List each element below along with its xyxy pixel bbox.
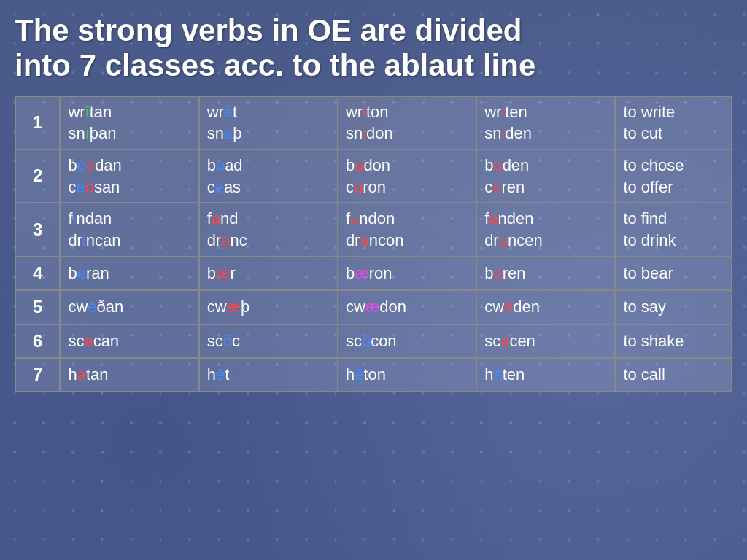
highlight: æ bbox=[227, 298, 241, 316]
highlight: ē bbox=[355, 365, 363, 384]
col-infinitive: hatan bbox=[60, 358, 198, 392]
col-pret-sg: bēad cēas bbox=[199, 149, 338, 203]
highlight: a bbox=[77, 365, 86, 384]
col-pp: boren bbox=[476, 257, 615, 290]
highlight: o bbox=[493, 156, 502, 174]
highlight: u bbox=[355, 156, 363, 174]
highlight: ī bbox=[85, 124, 90, 142]
highlight: ē bbox=[77, 156, 86, 174]
col-infinitive: bēodan cēosan bbox=[60, 149, 198, 203]
highlight: u bbox=[499, 231, 508, 249]
col-pret-sg: cwæþ bbox=[199, 290, 338, 324]
col-meaning: to bear bbox=[615, 257, 732, 290]
highlight: ī bbox=[85, 103, 90, 121]
table-row: 5 cweðan cwæþ cwædon cweden to say bbox=[15, 290, 732, 324]
col-infinitive: cweðan bbox=[60, 290, 198, 324]
highlight: ē bbox=[216, 156, 225, 174]
col-pret-pl: writon snidon bbox=[338, 96, 476, 149]
highlight: a bbox=[500, 332, 509, 350]
table-row: 4 beran bær bæron boren to bear bbox=[15, 257, 732, 290]
col-meaning: to chose to offer bbox=[615, 149, 732, 203]
highlight: ē bbox=[216, 365, 225, 384]
col-pret-pl: fundon druncon bbox=[338, 203, 476, 256]
highlight: a bbox=[212, 209, 220, 228]
page-title: The strong verbs in OE are divided into … bbox=[15, 13, 732, 84]
col-pp: funden druncen bbox=[476, 203, 615, 256]
highlight: o bbox=[493, 264, 502, 282]
highlight: ē bbox=[215, 178, 224, 196]
highlight: ā bbox=[224, 103, 233, 121]
title-line2: into 7 classes acc. to the ablaut line bbox=[15, 48, 535, 82]
col-infinitive: scacan bbox=[60, 324, 198, 358]
row-num: 2 bbox=[15, 149, 60, 203]
col-pp: scacen bbox=[476, 324, 615, 358]
highlight: o bbox=[86, 156, 95, 174]
col-pret-pl: hēton bbox=[338, 358, 476, 392]
row-num: 6 bbox=[15, 324, 60, 358]
col-pret-pl: bæron bbox=[338, 257, 476, 290]
highlight: ō bbox=[362, 332, 371, 350]
highlight: e bbox=[88, 298, 96, 316]
highlight: ā bbox=[224, 124, 233, 142]
col-pp: hāten bbox=[476, 358, 615, 392]
highlight: i bbox=[73, 209, 77, 228]
highlight: u bbox=[489, 209, 498, 228]
row-num: 1 bbox=[15, 96, 60, 149]
col-meaning: to write to cut bbox=[615, 96, 732, 149]
highlight: æ bbox=[216, 264, 231, 282]
title-line1: The strong verbs in OE are divided bbox=[15, 13, 522, 47]
highlight: o bbox=[492, 178, 501, 196]
verbs-table: 1 wrītan snīþan wrāt snāþ writon snidon … bbox=[15, 96, 732, 393]
highlight: æ bbox=[365, 298, 380, 316]
highlight: i bbox=[82, 231, 86, 249]
highlight: ē bbox=[76, 178, 85, 196]
col-infinitive: findan drincan bbox=[60, 203, 198, 256]
col-pret-sg: bær bbox=[199, 257, 338, 290]
col-infinitive: beran bbox=[60, 257, 198, 290]
row-num: 4 bbox=[15, 257, 60, 290]
highlight: æ bbox=[355, 264, 369, 282]
col-meaning: to shake bbox=[615, 324, 732, 358]
row-num: 5 bbox=[15, 290, 60, 324]
table-row: 1 wrītan snīþan wrāt snāþ writon snidon … bbox=[15, 96, 732, 149]
table-row: 3 findan drincan fand dranc fundon drunc… bbox=[15, 203, 732, 256]
table-row: 7 hatan hēt hēton hāten to call bbox=[15, 358, 732, 392]
highlight: i bbox=[501, 124, 505, 142]
col-meaning: to find to drink bbox=[615, 203, 732, 256]
col-pret-sg: hēt bbox=[199, 358, 338, 392]
col-pret-pl: cwædon bbox=[338, 290, 476, 324]
highlight: i bbox=[363, 124, 366, 142]
col-pp: writen sniden bbox=[476, 96, 615, 149]
col-pp: boden coren bbox=[476, 149, 615, 203]
col-pret-sg: wrāt snāþ bbox=[199, 96, 338, 149]
highlight: o bbox=[85, 178, 94, 196]
col-infinitive: wrītan snīþan bbox=[60, 96, 198, 149]
highlight: u bbox=[360, 231, 368, 249]
col-pp: cweden bbox=[476, 290, 615, 324]
highlight: a bbox=[221, 231, 230, 249]
col-pret-sg: fand dranc bbox=[199, 203, 338, 256]
page-container: The strong verbs in OE are divided into … bbox=[0, 0, 747, 400]
highlight: u bbox=[350, 209, 359, 228]
highlight: u bbox=[354, 178, 363, 196]
col-meaning: to call bbox=[615, 358, 732, 392]
table-row: 2 bēodan cēosan bēad cēas budon curon bo… bbox=[15, 149, 732, 203]
col-pret-pl: scōcon bbox=[338, 324, 476, 358]
col-pret-sg: scōc bbox=[199, 324, 338, 358]
highlight: e bbox=[504, 298, 513, 316]
highlight: i bbox=[501, 103, 505, 121]
highlight: ā bbox=[493, 365, 502, 384]
highlight: e bbox=[77, 264, 86, 282]
highlight: a bbox=[84, 332, 93, 350]
table-row: 6 scacan scōc scōcon scacen to shake bbox=[15, 324, 732, 358]
col-pret-pl: budon curon bbox=[338, 149, 476, 203]
row-num: 7 bbox=[15, 358, 60, 392]
highlight: ō bbox=[223, 332, 232, 350]
highlight: i bbox=[363, 103, 366, 121]
col-meaning: to say bbox=[615, 290, 732, 324]
row-num: 3 bbox=[15, 203, 60, 256]
